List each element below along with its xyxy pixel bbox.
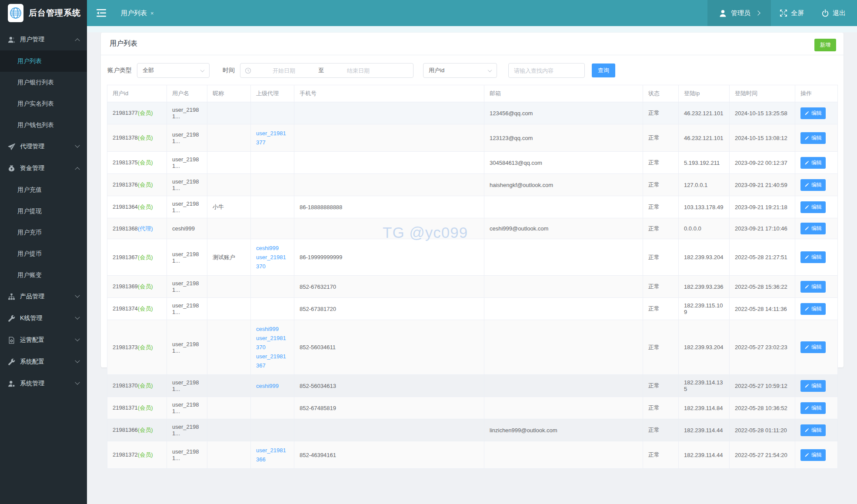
edit-button[interactable]: 编辑 xyxy=(800,303,826,315)
chevron-down-icon xyxy=(75,143,80,148)
email-cell: linzichen999@outlook.com xyxy=(484,419,643,441)
edit-button[interactable]: 编辑 xyxy=(800,380,826,392)
nickname-cell xyxy=(207,375,251,397)
agent-link[interactable]: user_21981366 xyxy=(256,446,289,464)
agent-link[interactable]: user_21981370 xyxy=(256,334,289,352)
sidebar-item-agent-management[interactable]: 代理管理 xyxy=(0,136,87,157)
agent-link[interactable]: ceshi999 xyxy=(256,244,289,253)
edit-button[interactable]: 编辑 xyxy=(800,251,826,263)
pencil-icon xyxy=(804,453,809,457)
user-settings-icon xyxy=(8,380,15,387)
table-row: 21981373(会员) user_21981... ceshi999user_… xyxy=(107,320,838,375)
user-id: 21981367 xyxy=(113,254,138,260)
sidebar-item-user-recharge[interactable]: 用户充值 xyxy=(0,179,87,200)
edit-button[interactable]: 编辑 xyxy=(800,341,826,353)
user-id-cell: 21981366(会员) xyxy=(107,419,167,441)
nickname-cell xyxy=(207,124,251,152)
admin-menu[interactable]: 管理员 xyxy=(707,0,771,26)
phone-cell: 852-56034613 xyxy=(294,375,484,397)
sidebar-item-user-bank-list[interactable]: 用户银行列表 xyxy=(0,72,87,93)
sidebar-item-operation-config[interactable]: 运营配置 xyxy=(0,329,87,351)
edit-label: 编辑 xyxy=(811,110,822,117)
app-logo: 后台管理系统 xyxy=(0,0,87,26)
sidebar-item-product-management[interactable]: 产品管理 xyxy=(0,286,87,307)
pencil-icon xyxy=(804,183,809,187)
sidebar-item-user-wallet-list[interactable]: 用户钱包列表 xyxy=(0,114,87,136)
table-header-row: 用户id用户名昵称上级代理手机号邮箱状态登陆ip登陆时间操作 xyxy=(107,85,838,102)
page-title: 用户列表 xyxy=(110,39,137,48)
logout-button[interactable]: 退出 xyxy=(813,0,857,26)
query-button[interactable]: 查询 xyxy=(592,63,615,77)
add-button[interactable]: 新增 xyxy=(814,39,836,51)
user-id-cell: 21981370(会员) xyxy=(107,375,167,397)
edit-button[interactable]: 编辑 xyxy=(800,132,826,144)
edit-button[interactable]: 编辑 xyxy=(800,201,826,213)
edit-label: 编辑 xyxy=(811,344,822,351)
status-cell: 正常 xyxy=(643,152,679,174)
user-list-card: 用户列表 新增 账户类型 全部 时间 至 用户id xyxy=(101,33,844,367)
phone-cell: 852-46394161 xyxy=(294,441,484,469)
username-cell: user_21981... xyxy=(167,174,207,196)
menu-fold-icon[interactable] xyxy=(97,9,107,17)
close-icon[interactable]: × xyxy=(150,10,154,17)
agent-link[interactable]: user_21981367 xyxy=(256,352,289,370)
login-time-cell: 2022-05-28 21:27:51 xyxy=(730,239,795,276)
status-cell: 正常 xyxy=(643,441,679,469)
search-input[interactable] xyxy=(508,63,585,78)
sidebar-item-system-management[interactable]: 系统管理 xyxy=(0,373,87,394)
phone-cell: 852-67381720 xyxy=(294,298,484,320)
table-row: 21981375(会员) user_21981... 304584613@qq.… xyxy=(107,152,838,174)
document-gear-icon xyxy=(8,337,15,344)
search-field-select[interactable]: 用户id xyxy=(423,63,497,78)
action-cell: 编辑 xyxy=(795,152,838,174)
email-cell: ceshi999@outlook.com xyxy=(484,218,643,239)
content-area: 用户列表 新增 账户类型 全部 时间 至 用户id xyxy=(87,26,857,504)
edit-button[interactable]: 编辑 xyxy=(800,157,826,169)
sidebar-item-funds-management[interactable]: 资金管理 xyxy=(0,157,87,179)
pencil-icon xyxy=(804,136,809,140)
tab-user-list[interactable]: 用户列表 × xyxy=(121,9,154,17)
edit-button[interactable]: 编辑 xyxy=(800,402,826,414)
sidebar-item-user-deposit-coin[interactable]: 用户充币 xyxy=(0,222,87,243)
edit-button[interactable]: 编辑 xyxy=(800,107,826,119)
edit-button[interactable]: 编辑 xyxy=(800,179,826,191)
sidebar-item-user-management[interactable]: 用户管理 xyxy=(0,29,87,50)
sidebar-item-user-account-change[interactable]: 用户账变 xyxy=(0,264,87,286)
agent-link[interactable]: ceshi999 xyxy=(256,324,289,334)
edit-button[interactable]: 编辑 xyxy=(800,449,826,461)
agent-link[interactable]: ceshi999 xyxy=(256,381,289,391)
sidebar-item-user-list[interactable]: 用户列表 xyxy=(0,50,87,72)
fullscreen-button[interactable]: 全屏 xyxy=(771,0,813,26)
edit-button[interactable]: 编辑 xyxy=(800,223,826,234)
username-cell: user_21981... xyxy=(167,152,207,174)
login-time-cell: 2023-09-21 19:21:18 xyxy=(730,196,795,218)
chevron-right-icon xyxy=(755,10,760,15)
account-type-select[interactable]: 全部 xyxy=(137,63,210,78)
pencil-icon xyxy=(804,160,809,165)
user-id-cell: 21981369(会员) xyxy=(107,276,167,298)
username-cell: user_21981... xyxy=(167,441,207,469)
login-ip-cell: 5.193.192.211 xyxy=(679,152,730,174)
action-cell: 编辑 xyxy=(795,419,838,441)
sidebar-subitem-label: 用户实名列表 xyxy=(17,100,54,108)
sidebar-item-user-withdraw-coin[interactable]: 用户提币 xyxy=(0,243,87,264)
user-id: 21981376 xyxy=(113,181,138,188)
date-range-picker[interactable]: 至 xyxy=(240,63,413,78)
agent-link[interactable]: user_21981377 xyxy=(256,129,289,147)
action-cell: 编辑 xyxy=(795,196,838,218)
sidebar-item-kline-management[interactable]: K线管理 xyxy=(0,307,87,329)
start-date-input[interactable] xyxy=(251,67,317,74)
edit-button[interactable]: 编辑 xyxy=(800,281,826,293)
end-date-input[interactable] xyxy=(326,67,391,74)
edit-label: 编辑 xyxy=(811,181,822,189)
user-id-cell: 21981371(会员) xyxy=(107,397,167,419)
sidebar-item-user-realname-list[interactable]: 用户实名列表 xyxy=(0,93,87,114)
sidebar-item-user-withdraw[interactable]: 用户提现 xyxy=(0,200,87,222)
power-icon xyxy=(821,9,829,17)
agent-link[interactable]: user_21981370 xyxy=(256,253,289,271)
sidebar-item-system-config[interactable]: 系统配置 xyxy=(0,351,87,373)
edit-button[interactable]: 编辑 xyxy=(800,424,826,436)
sidebar-item-label: 产品管理 xyxy=(20,293,44,300)
pencil-icon xyxy=(804,384,809,388)
phone-cell xyxy=(294,124,484,152)
